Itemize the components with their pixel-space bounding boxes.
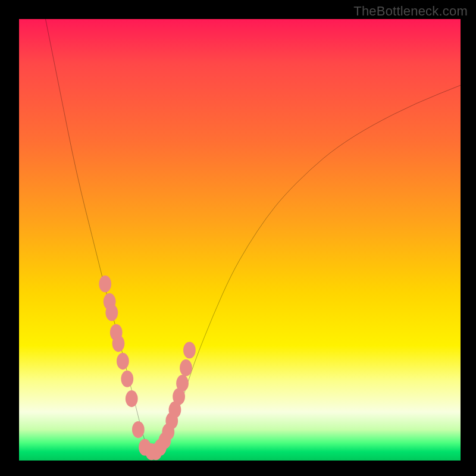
highlight-dot [117,353,129,369]
highlight-dot [121,371,133,387]
highlight-dot [176,375,189,392]
highlight-dot [112,335,125,352]
highlight-dot [132,421,145,438]
highlight-dot [180,359,192,376]
curve-layer [19,19,461,461]
highlight-dots-group [99,275,195,460]
highlight-dot [99,275,111,292]
chart-frame: TheBottleneck.com [0,0,476,476]
highlight-dot [183,342,196,358]
bottleneck-curve-path [46,19,461,452]
highlight-dot [105,304,118,321]
watermark-text: TheBottleneck.com [353,4,468,19]
plot-area [19,19,461,461]
highlight-dot [126,390,138,407]
